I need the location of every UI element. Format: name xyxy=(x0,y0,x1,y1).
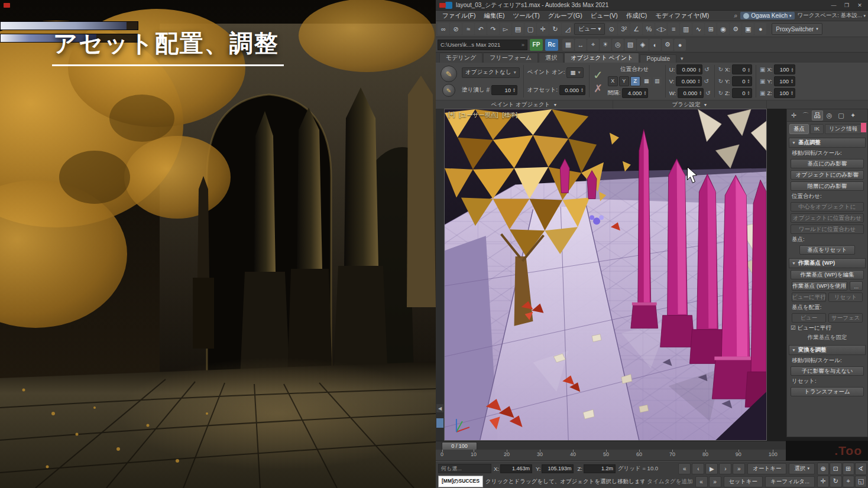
align-z-toggle[interactable]: Z xyxy=(630,76,640,86)
select-and-move-icon[interactable]: ✛ xyxy=(537,23,549,35)
align-to-view-checkbox[interactable]: ビューに平行 xyxy=(791,324,864,332)
ik-tab[interactable]: IK xyxy=(810,124,824,134)
create-tab-icon[interactable]: ✛ xyxy=(788,110,799,121)
affect-pivot-only-button[interactable]: 基点にのみ影響 xyxy=(791,159,864,168)
motion-tab-icon[interactable]: ◎ xyxy=(824,110,835,121)
rc-button[interactable]: Rc xyxy=(545,39,558,51)
spacing-tool-icon[interactable]: ↔ xyxy=(575,39,587,51)
pivot-tab[interactable]: 基点 xyxy=(789,124,809,134)
pan-icon[interactable]: ✛ xyxy=(817,476,829,488)
rotate-random-icon[interactable]: ↻ xyxy=(718,66,723,73)
offset-field[interactable]: 0.000 ▲▼ xyxy=(559,85,585,95)
material-editor-icon[interactable]: ◉ xyxy=(717,23,729,35)
tab-object-paint[interactable]: オブジェクト ペイント xyxy=(564,53,639,63)
fov-icon[interactable]: ∢ xyxy=(855,463,867,475)
reset-pivot-button[interactable]: 基点をリセット xyxy=(799,245,855,255)
rendered-frame-window-icon[interactable]: ▣ xyxy=(742,23,754,35)
dont-affect-children-button[interactable]: 子に影響を与えない xyxy=(791,366,864,376)
menu-group[interactable]: グループ(G) xyxy=(544,12,587,20)
key-filters-button[interactable]: キーフィルタ... xyxy=(765,476,815,487)
user-account-button[interactable]: Ogawa Keiich ▾ xyxy=(740,12,794,19)
affect-hierarchy-only-button[interactable]: 階層にのみ影響 xyxy=(791,181,864,191)
menu-tools[interactable]: ツール(T) xyxy=(509,12,543,20)
select-object-icon[interactable]: ▻ xyxy=(500,23,511,35)
scene-explorer-collapsed[interactable]: ◀ xyxy=(436,109,445,441)
set-key-button[interactable]: セットキー xyxy=(724,476,763,487)
place-view-button[interactable]: ビュー xyxy=(792,313,826,323)
render-setup-small-icon[interactable]: ⚙ xyxy=(662,39,673,51)
modify-tab-icon[interactable]: ⌒ xyxy=(800,110,811,121)
scene-explorer-toggle-icon[interactable]: ▥ xyxy=(680,23,692,35)
rectangular-selection-icon[interactable]: ▢ xyxy=(524,23,536,35)
previous-frame-icon[interactable]: ‹ xyxy=(692,463,704,474)
search-icon[interactable]: ⌕ xyxy=(734,12,737,19)
zoom-icon[interactable]: ⊕ xyxy=(817,463,829,475)
spacing-mode-icon[interactable]: ▦ xyxy=(642,77,651,86)
tab-selection[interactable]: 選択 xyxy=(539,53,563,63)
center-to-object-button[interactable]: 中心をオブジェクトに xyxy=(791,202,864,212)
percent-snap-icon[interactable]: % xyxy=(643,23,655,35)
next-frame-icon[interactable]: › xyxy=(719,463,731,474)
wp-options-button[interactable]: ... xyxy=(850,281,863,291)
maximize-button[interactable]: ❐ xyxy=(841,1,853,9)
paint-fill-brush-icon[interactable]: ✎ xyxy=(442,84,455,97)
play-icon[interactable]: ▶ xyxy=(705,463,718,474)
scatter-mode-icon[interactable]: ▥ xyxy=(653,77,662,86)
y-coordinate-field[interactable]: Y:105.193m xyxy=(536,464,574,473)
mirror-icon[interactable]: ◁▷ xyxy=(655,23,667,35)
reset-icon[interactable]: ↺ xyxy=(704,78,708,84)
tab-populate[interactable]: Populate xyxy=(640,54,676,63)
place-surface-button[interactable]: サーフェス xyxy=(828,313,863,323)
angle-snap-icon[interactable]: ∠ xyxy=(630,23,642,35)
fp-button[interactable]: FP xyxy=(530,39,543,51)
auto-key-button[interactable]: オートキー xyxy=(747,463,786,474)
align-x-toggle[interactable]: X xyxy=(608,76,618,86)
select-and-rotate-icon[interactable]: ↻ xyxy=(549,23,561,35)
reference-coordinate-dropdown[interactable]: ビュー ▾ xyxy=(574,23,605,35)
viewport-shading-menu[interactable]: [標準] xyxy=(502,111,517,119)
render-production-icon[interactable]: ● xyxy=(754,23,766,35)
zoom-extents-icon[interactable]: ⊡ xyxy=(830,463,841,475)
rotate-random-icon[interactable]: ↻ xyxy=(718,78,723,84)
workspace-selector[interactable]: ワークスペース: 基本設... ▾ xyxy=(798,12,866,19)
lock-icon[interactable]: ▣ xyxy=(760,90,765,96)
curve-editor-icon[interactable]: ∿ xyxy=(692,23,704,35)
z-coordinate-field[interactable]: Z:1.2m xyxy=(577,464,615,473)
reset-icon[interactable]: ↺ xyxy=(704,66,709,73)
fill-count-field[interactable]: 10 ▲▼ xyxy=(491,85,517,95)
select-and-scale-icon[interactable]: ◿ xyxy=(562,23,574,35)
minimize-button[interactable]: — xyxy=(828,1,840,9)
paint-on-dropdown[interactable]: ▦▾ xyxy=(566,67,584,78)
paint-objects-panel-label[interactable]: ペイント オブジェクト▼ xyxy=(436,100,613,109)
lock-icon[interactable]: ▣ xyxy=(760,66,765,73)
use-pivot-point-icon[interactable]: ⊙ xyxy=(605,23,617,35)
walk-through-icon[interactable]: ⌖ xyxy=(843,476,854,488)
menu-file[interactable]: ファイル(F) xyxy=(438,12,480,20)
orbit-icon[interactable]: ↻ xyxy=(830,476,841,488)
track-bar[interactable]: 0102030405060708090100 xyxy=(436,450,786,461)
project-path-field[interactable]: C:\Users\k...s Max 2021» xyxy=(438,40,527,50)
hierarchy-tab-icon[interactable]: 品 xyxy=(812,110,823,121)
layer-manager-icon[interactable]: ▧ xyxy=(624,39,636,51)
display-toggle-icon[interactable]: ◐ xyxy=(649,39,661,51)
menu-views[interactable]: ビュー(V) xyxy=(587,12,622,20)
viewport-canvas[interactable] xyxy=(445,109,766,440)
cancel-paint-button[interactable]: ✗ xyxy=(593,82,603,95)
rollout-header[interactable]: ▼ 作業基点 (WP) xyxy=(789,258,866,268)
go-to-start-icon[interactable]: « xyxy=(678,463,691,474)
wp-reset-button[interactable]: リセット xyxy=(828,292,863,302)
menu-modifiers[interactable]: モディファイヤ(M) xyxy=(651,12,713,20)
menu-edit[interactable]: 編集(E) xyxy=(480,12,509,20)
close-button[interactable]: ✕ xyxy=(854,1,866,9)
edit-working-pivot-button[interactable]: 作業基点 (WP)を編集 xyxy=(791,270,864,279)
utilities-tab-icon[interactable]: ✦ xyxy=(847,110,859,121)
maximize-viewport-icon[interactable]: ◱ xyxy=(855,476,867,488)
rollout-header[interactable]: ▼ 変換を調整 xyxy=(789,345,866,355)
snaps-toggle-icon[interactable]: 3² xyxy=(618,23,630,35)
link-info-tab[interactable]: リンク情報 xyxy=(825,124,861,134)
zoom-region-icon[interactable]: ⊞ xyxy=(843,463,854,475)
affect-object-only-button[interactable]: オブジェクトにのみ影響 xyxy=(791,170,864,180)
key-step-back-icon[interactable]: « xyxy=(695,476,708,487)
bind-to-space-warp-icon[interactable]: ≈ xyxy=(462,23,474,35)
time-slider-handle[interactable]: 0 / 100 xyxy=(442,442,477,450)
